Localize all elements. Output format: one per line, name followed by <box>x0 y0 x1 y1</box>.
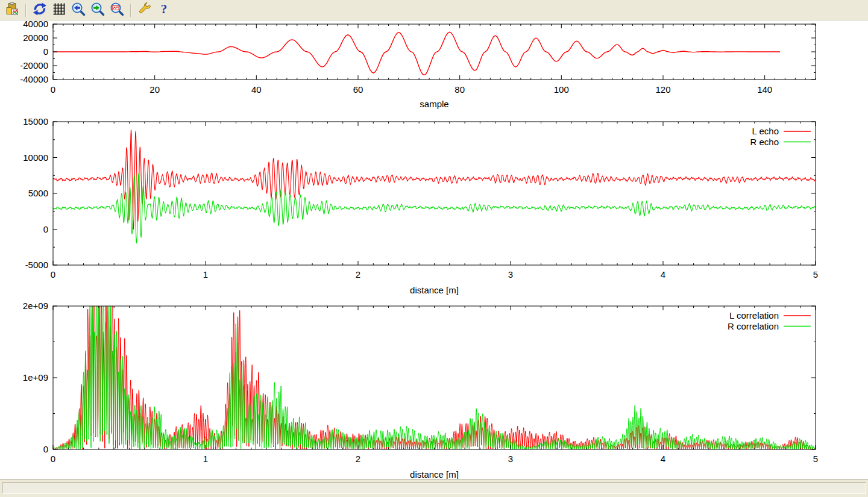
x-axis-label: distance [m] <box>410 285 459 295</box>
x-axis-label: sample <box>420 99 448 109</box>
legend-label: R correlation <box>728 321 779 331</box>
zoom-previous-button[interactable] <box>69 2 87 19</box>
y-tick-label: 0 <box>43 46 48 57</box>
x-axis-label: distance [m] <box>410 469 459 480</box>
axis-ticks <box>53 306 816 449</box>
zoom-previous-icon <box>71 2 86 19</box>
y-tick-label: 0 <box>43 224 48 234</box>
correlation-chart[interactable]: 01234501e+092e+09distance [m]L correlati… <box>0 301 868 482</box>
x-tick-label: 4 <box>661 269 665 280</box>
help-button[interactable]: ? <box>155 2 173 19</box>
x-tick-label: 4 <box>661 454 665 464</box>
status-message-field <box>2 483 866 494</box>
x-tick-label: 100 <box>554 84 569 95</box>
x-tick-label: 1 <box>203 269 208 280</box>
x-tick-label: 3 <box>508 269 513 280</box>
x-tick-label: 80 <box>454 84 465 95</box>
y-tick-label: 0 <box>43 444 48 454</box>
y-tick-label: -20000 <box>20 60 48 70</box>
x-tick-label: 0 <box>51 269 55 280</box>
svg-text:?: ? <box>161 2 168 16</box>
configure-icon <box>137 2 152 19</box>
y-tick-label: 1e+09 <box>23 372 48 383</box>
replot-icon <box>33 2 47 19</box>
x-tick-label: 1 <box>203 454 208 464</box>
x-tick-label: 120 <box>655 84 670 95</box>
series-l-correlation <box>53 301 816 449</box>
plot-frame <box>53 306 816 449</box>
x-tick-label: 0 <box>51 84 55 95</box>
toggle-grid-icon <box>52 2 66 19</box>
x-tick-label: 5 <box>813 269 818 280</box>
plot-frame <box>53 122 816 265</box>
toggle-grid-button[interactable] <box>50 2 68 19</box>
y-tick-label: 10000 <box>23 152 48 163</box>
series-r-correlation <box>53 301 816 449</box>
y-tick-label: -5000 <box>25 260 48 270</box>
y-tick-label: 20000 <box>23 33 48 43</box>
y-tick-label: 2e+09 <box>23 301 48 311</box>
series-l-echo <box>53 130 816 230</box>
x-tick-label: 40 <box>251 84 262 95</box>
y-tick-label: -40000 <box>20 74 48 84</box>
replot-button[interactable] <box>31 2 49 19</box>
x-tick-label: 2 <box>356 454 360 464</box>
x-tick-label: 0 <box>51 454 55 464</box>
toolbar-separator <box>25 4 27 17</box>
status-bar <box>0 479 868 497</box>
y-tick-label: 5000 <box>28 188 48 198</box>
x-tick-label: 60 <box>353 84 363 95</box>
echo-chart[interactable]: 012345-5000050001000015000distance [m]L … <box>0 117 868 301</box>
zoom-next-icon <box>90 2 105 19</box>
series-r-echo <box>53 173 816 243</box>
x-tick-label: 20 <box>149 84 160 95</box>
y-tick-label: 40000 <box>23 20 48 29</box>
plot-canvas[interactable]: 020406080100120140-40000-200000200004000… <box>0 20 868 479</box>
pulse-chart[interactable]: 020406080100120140-40000-200000200004000… <box>0 20 868 117</box>
apply-autoscale-icon <box>110 2 124 19</box>
copy-plot-to-clipboard-icon <box>5 2 19 19</box>
series-pulse <box>53 32 780 75</box>
x-tick-label: 140 <box>757 84 772 95</box>
legend-label: L echo <box>752 126 779 136</box>
autoscale-button[interactable] <box>108 2 126 19</box>
x-tick-label: 5 <box>813 454 818 464</box>
help-icon: ? <box>157 2 171 19</box>
x-tick-label: 3 <box>508 454 513 464</box>
x-tick-label: 2 <box>356 269 360 280</box>
copy-to-clipboard-button[interactable] <box>3 2 21 19</box>
legend-label: R echo <box>750 137 779 147</box>
toolbar-separator <box>130 4 131 17</box>
toolbar: ? <box>0 0 868 20</box>
configure-button[interactable] <box>136 2 154 19</box>
y-tick-label: 15000 <box>23 117 48 127</box>
legend-label: L correlation <box>729 310 779 320</box>
axis-ticks <box>53 122 816 265</box>
zoom-next-button[interactable] <box>89 2 107 19</box>
